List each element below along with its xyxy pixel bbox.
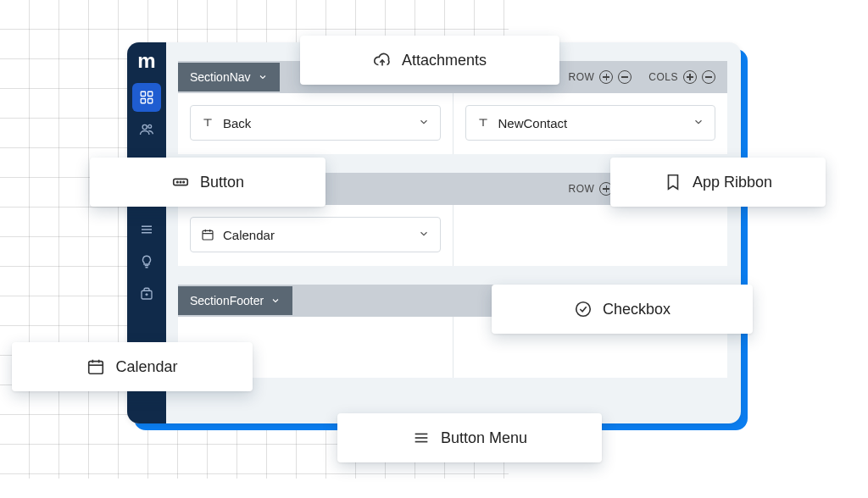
cell[interactable]: Calendar [178,205,453,266]
sidebar-item-apps[interactable] [132,83,161,112]
chevron-down-icon [258,72,268,82]
card-calendar[interactable]: Calendar [12,342,253,391]
svg-rect-10 [203,230,213,240]
logo: m [134,49,159,75]
svg-rect-1 [148,91,153,96]
text-icon [476,116,490,130]
card-attachments[interactable]: Attachments [300,36,559,85]
section-footer-tag-label: SectionFooter [190,294,264,307]
card-checkbox[interactable]: Checkbox [492,285,753,334]
field-back-label: Back [223,116,251,130]
card-checkbox-label: Checkbox [603,301,670,318]
card-button[interactable]: Button [90,158,326,207]
section-nav-body: Back NewContact [178,93,727,154]
chevron-down-icon [693,116,704,130]
svg-point-5 [148,125,152,128]
card-attachments-label: Attachments [402,52,487,69]
field-newcontact-label: NewContact [498,116,568,130]
svg-rect-2 [141,99,145,103]
row-remove-button[interactable] [618,70,632,84]
canvas: SectionNav ROW COLS Back [178,61,727,410]
card-buttonmenu[interactable]: Button Menu [337,413,602,462]
check-circle-icon [574,300,593,318]
chevron-down-icon [418,228,430,242]
cell[interactable] [453,205,728,266]
row-add-button[interactable] [599,70,613,84]
svg-rect-19 [89,362,103,374]
card-appribbon[interactable]: App Ribbon [610,158,826,207]
field-calendar[interactable]: Calendar [190,217,441,252]
sidebar-item-billing[interactable] [132,279,161,308]
text-icon [201,116,214,130]
menu-icon [412,429,431,447]
chevron-down-icon [270,296,281,306]
cloud-upload-icon [373,51,392,69]
svg-point-16 [180,181,181,182]
field-back[interactable]: Back [190,105,441,141]
field-calendar-label: Calendar [223,228,275,242]
svg-point-4 [142,125,147,129]
cols-add-button[interactable] [683,70,697,84]
calendar-icon [201,228,214,241]
cols-remove-button[interactable] [702,70,715,84]
svg-point-17 [183,181,184,182]
row-label: ROW [568,71,594,83]
card-calendar-label: Calendar [115,358,177,376]
cols-label: COLS [648,71,678,83]
field-newcontact[interactable]: NewContact [465,105,716,141]
card-buttonmenu-label: Button Menu [441,429,527,447]
cell[interactable]: NewContact [453,93,728,154]
card-button-label: Button [200,174,244,191]
button-icon [171,173,190,191]
chevron-down-icon [418,116,430,130]
cell[interactable]: Back [178,93,453,154]
card-appribbon-label: App Ribbon [693,174,772,191]
section-nav-tag-label: SectionNav [190,70,251,84]
svg-rect-3 [148,99,153,103]
row-label: ROW [568,183,594,195]
svg-point-15 [177,181,178,182]
sidebar-item-ideas[interactable] [132,247,161,276]
svg-point-18 [576,302,591,317]
svg-rect-0 [141,91,145,96]
bookmark-icon [664,173,682,191]
sidebar-item-menu[interactable] [132,215,161,244]
section-list-body: Calendar [178,205,727,266]
section-nav-tag[interactable]: SectionNav [178,63,280,91]
section-nav-rowcols: ROW COLS [568,70,715,84]
calendar-icon [86,357,105,376]
section-footer-tag[interactable]: SectionFooter [178,286,292,315]
sidebar-item-contacts[interactable] [132,115,161,144]
